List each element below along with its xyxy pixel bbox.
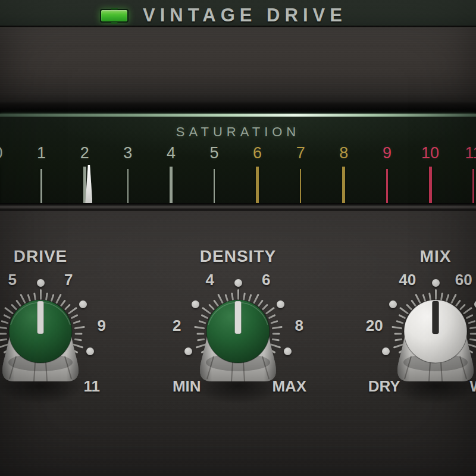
mix-knob-section: MIX (334, 244, 476, 422)
meter-scale-tick (40, 169, 42, 203)
mix-scale-label: DRY (368, 377, 400, 396)
mix-scale-label: 20 (366, 316, 383, 334)
mix-scale-label: 40 (399, 271, 416, 289)
drive-scale-label: 11 (84, 377, 101, 396)
drive-knob-title: DRIVE (0, 247, 142, 266)
density-scale-label: 4 (206, 271, 214, 289)
density-scale-dot (184, 347, 192, 355)
blank-panel-strip (0, 28, 476, 101)
saturation-needle (85, 165, 92, 203)
mix-scale-dot (382, 347, 390, 355)
meter-scale-tick (342, 167, 345, 203)
density-scale-label: 8 (295, 316, 303, 334)
meter-bottom-bezel (0, 203, 476, 211)
density-scale-dot (277, 300, 284, 308)
meter-scale-number: 1 (37, 145, 46, 161)
meter-scale-tick (386, 169, 388, 203)
meter-scale-number: 6 (253, 145, 262, 161)
drive-scale-label: 9 (97, 316, 105, 334)
density-scale-dot (284, 347, 292, 355)
meter-scale-number: 9 (383, 145, 392, 161)
meter-scale-tick (300, 169, 302, 203)
meter-scale-number: 3 (123, 145, 132, 161)
meter-scale-tick (472, 169, 474, 203)
density-knob-title: DENSITY (137, 247, 339, 266)
meter-scale-tick (429, 167, 432, 203)
density-scale-dot (234, 279, 242, 287)
vintage-drive-plugin: VINTAGE DRIVE SATURATION 01234567891011 … (0, 0, 476, 476)
power-led-button[interactable] (100, 9, 129, 23)
meter-scale-tick (256, 167, 259, 203)
drive-scale-dot (79, 300, 87, 308)
header-bar: VINTAGE DRIVE (0, 0, 476, 26)
density-scale-label: MIN (173, 377, 201, 396)
mix-scale-label: WET (469, 377, 476, 396)
meter-scale-number: 8 (339, 145, 348, 161)
density-scale-label: MAX (272, 377, 306, 396)
meter-title: SATURATION (0, 124, 476, 140)
plugin-title: VINTAGE DRIVE (143, 5, 347, 26)
meter-scale-tick (83, 167, 86, 203)
density-scale-label: 6 (262, 271, 270, 289)
mix-knob-title: MIX (334, 247, 476, 266)
density-scale-label: 2 (173, 316, 181, 334)
mix-scale-dot (389, 300, 397, 308)
meter-scale-number: 7 (296, 145, 305, 161)
drive-scale-dot (37, 279, 45, 287)
drive-scale-label: 5 (8, 271, 17, 289)
meter-scale-number: 4 (167, 145, 176, 161)
meter-scale-number: 5 (209, 145, 218, 161)
meter-recess (0, 101, 476, 114)
meter-scale-number: 10 (421, 145, 439, 161)
meter-scale-tick (170, 167, 173, 203)
meter-scale-tick (127, 169, 129, 203)
drive-knob-section: DRIVE (0, 244, 142, 422)
density-scale-dot (192, 300, 199, 308)
drive-scale-label: 7 (64, 271, 73, 289)
drive-scale-dot (86, 347, 94, 355)
meter-scale-number: 0 (0, 145, 3, 161)
mix-scale-dot (432, 279, 440, 287)
meter-scale-number: 2 (80, 145, 89, 161)
density-knob-section: DENSITY (137, 244, 339, 422)
mix-scale-label: 60 (455, 271, 472, 289)
saturation-meter: SATURATION 01234567891011 (0, 117, 476, 203)
meter-scale-tick (214, 169, 215, 203)
meter-scale-number: 11 (465, 145, 476, 161)
